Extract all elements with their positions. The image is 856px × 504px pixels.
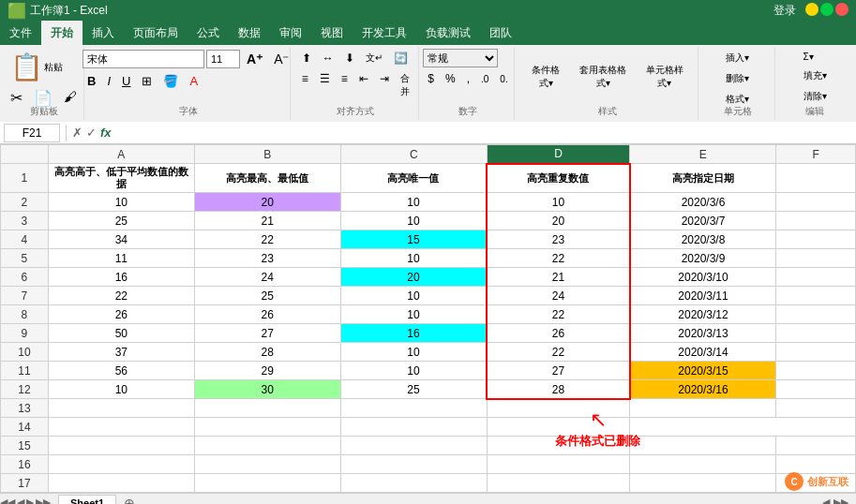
bold-button[interactable]: B — [83, 71, 100, 91]
cell-d14[interactable] — [487, 418, 630, 437]
col-header-c[interactable]: C — [340, 145, 487, 164]
cell-f6[interactable] — [776, 268, 856, 287]
sheet-nav-last[interactable]: ▶▶ — [36, 497, 51, 504]
maximize-button[interactable] — [820, 3, 833, 16]
cell-e6[interactable]: 2020/3/10 — [630, 268, 776, 287]
row-header-14[interactable]: 14 — [1, 418, 49, 437]
cell-f12[interactable] — [776, 380, 856, 399]
cell-e7[interactable]: 2020/3/11 — [630, 287, 776, 305]
cell-d11[interactable]: 27 — [487, 362, 630, 380]
cell-a16[interactable] — [48, 455, 194, 474]
cell-a10[interactable]: 37 — [48, 343, 194, 362]
cell-b4[interactable]: 22 — [194, 230, 340, 249]
tab-data[interactable]: 数据 — [229, 21, 270, 45]
cell-d3[interactable]: 20 — [487, 212, 630, 230]
align-left-button[interactable]: ≡ — [297, 69, 313, 101]
cell-c2[interactable]: 10 — [340, 193, 487, 212]
cell-f11[interactable] — [776, 362, 856, 380]
border-button[interactable]: ⊞ — [137, 71, 157, 91]
cell-d15[interactable] — [487, 437, 630, 455]
scroll-right-icon[interactable]: ▶▶ — [833, 497, 848, 504]
cell-a2[interactable]: 10 — [48, 193, 194, 212]
cell-a14[interactable] — [48, 418, 194, 437]
cell-e8[interactable]: 2020/3/12 — [630, 305, 776, 324]
orientation-button[interactable]: 🔄 — [389, 49, 413, 67]
cell-a9[interactable]: 50 — [48, 324, 194, 343]
cell-d12[interactable]: 28 — [487, 380, 630, 399]
row-header-16[interactable]: 16 — [1, 455, 49, 474]
cell-a5[interactable]: 11 — [48, 249, 194, 268]
cell-f2[interactable] — [776, 193, 856, 212]
align-center-button[interactable]: ☰ — [315, 69, 335, 101]
fill-color-button[interactable]: 🪣 — [158, 71, 183, 91]
decimal-increase-button[interactable]: .0 — [476, 71, 493, 87]
cell-b16[interactable] — [194, 455, 340, 474]
cell-c1[interactable]: 高亮唯一值 — [340, 164, 487, 193]
cell-d2[interactable]: 10 — [487, 193, 630, 212]
row-header-17[interactable]: 17 — [1, 474, 49, 493]
align-bottom-button[interactable]: ⬇ — [340, 49, 359, 67]
clear-button[interactable]: 清除▾ — [799, 87, 832, 106]
cell-b10[interactable]: 28 — [194, 343, 340, 362]
cell-b6[interactable]: 24 — [194, 268, 340, 287]
cut-button[interactable]: ✂ — [6, 86, 27, 110]
tab-pagelayout[interactable]: 页面布局 — [124, 21, 188, 45]
cell-c11[interactable]: 10 — [340, 362, 487, 380]
indent-decrease-button[interactable]: ⇤ — [354, 69, 373, 101]
cell-a12[interactable]: 10 — [48, 380, 194, 399]
col-header-d[interactable]: D — [487, 145, 630, 164]
cell-b9[interactable]: 27 — [194, 324, 340, 343]
tab-formulas[interactable]: 公式 — [188, 21, 229, 45]
wrap-text-button[interactable]: 文↵ — [361, 49, 387, 67]
cell-c12[interactable]: 25 — [340, 380, 487, 399]
autosum-button[interactable]: Σ▾ — [799, 49, 818, 65]
cell-b8[interactable]: 26 — [194, 305, 340, 324]
cell-e11[interactable]: 2020/3/15 — [630, 362, 776, 380]
row-header-13[interactable]: 13 — [1, 399, 49, 418]
cell-b5[interactable]: 23 — [194, 249, 340, 268]
cell-f1[interactable] — [776, 164, 856, 193]
cell-a17[interactable] — [48, 474, 194, 493]
scroll-left-icon[interactable]: ◀ — [822, 497, 830, 504]
cell-c16[interactable] — [340, 455, 487, 474]
comma-button[interactable]: , — [462, 69, 474, 88]
row-header-7[interactable]: 7 — [1, 287, 49, 305]
close-button[interactable] — [835, 3, 848, 16]
cell-d13[interactable] — [487, 399, 630, 418]
row-header-2[interactable]: 2 — [1, 193, 49, 212]
cell-f4[interactable] — [776, 230, 856, 249]
cell-a3[interactable]: 25 — [48, 212, 194, 230]
cell-c3[interactable]: 10 — [340, 212, 487, 230]
cell-a15[interactable] — [48, 437, 194, 455]
font-name-input[interactable] — [83, 50, 204, 68]
font-color-button[interactable]: A — [185, 71, 203, 91]
paste-button[interactable]: 📋 粘贴 — [6, 49, 68, 85]
insert-button[interactable]: 插入▾ — [721, 49, 754, 67]
cell-d6[interactable]: 21 — [487, 268, 630, 287]
cell-e2[interactable]: 2020/3/6 — [630, 193, 776, 212]
col-header-b[interactable]: B — [194, 145, 340, 164]
align-top-button[interactable]: ⬆ — [297, 49, 316, 67]
cell-c7[interactable]: 10 — [340, 287, 487, 305]
row-header-10[interactable]: 10 — [1, 343, 49, 362]
sheet-nav-prev[interactable]: ◀ — [17, 497, 24, 504]
cell-e16[interactable] — [630, 455, 776, 474]
cell-c5[interactable]: 10 — [340, 249, 487, 268]
cell-c13[interactable] — [340, 399, 487, 418]
cell-f15[interactable] — [776, 437, 856, 455]
indent-increase-button[interactable]: ⇥ — [375, 69, 394, 101]
row-header-4[interactable]: 4 — [1, 230, 49, 249]
format-painter-button[interactable]: 🖌 — [59, 86, 82, 110]
function-icon[interactable]: fx — [100, 126, 112, 140]
sheet-nav-next[interactable]: ▶ — [26, 497, 34, 504]
cell-b12[interactable]: 30 — [194, 380, 340, 399]
fill-button[interactable]: 填充▾ — [799, 67, 832, 85]
sheet-nav-first[interactable]: ◀◀ — [0, 497, 15, 504]
cell-styles-button[interactable]: 单元格样式▾ — [637, 61, 692, 93]
row-header-1[interactable]: 1 — [1, 164, 49, 193]
col-header-a[interactable]: A — [48, 145, 194, 164]
row-header-12[interactable]: 12 — [1, 380, 49, 399]
cell-c10[interactable]: 10 — [340, 343, 487, 362]
percent-button[interactable]: % — [441, 69, 460, 88]
cell-c8[interactable]: 10 — [340, 305, 487, 324]
